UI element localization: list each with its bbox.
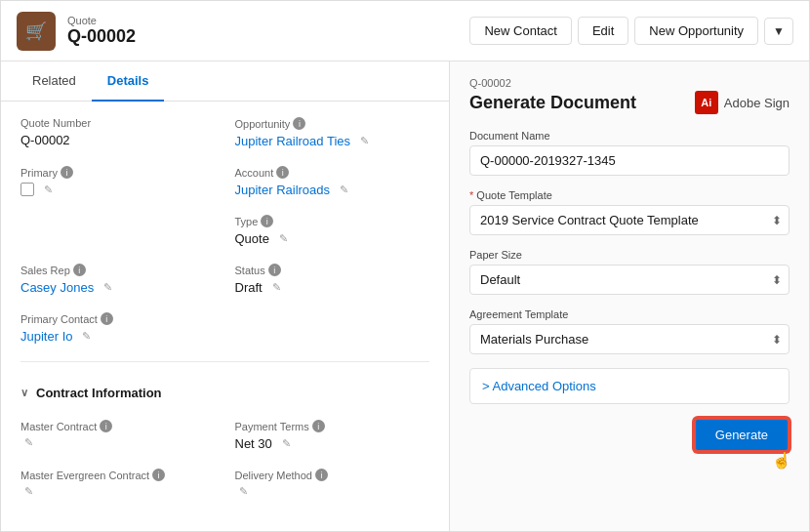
sales-rep-edit-icon[interactable]: ✎ (103, 281, 112, 294)
account-field: Account i Jupiter Railroads ✎ (235, 166, 430, 199)
payment-terms-field: Payment Terms i Net 30 ✎ (235, 420, 430, 453)
opportunity-value[interactable]: Jupiter Railroad Ties ✎ (235, 132, 430, 150)
tab-related[interactable]: Related (17, 61, 92, 102)
contract-section-label: Contract Information (36, 386, 162, 400)
primary-field: Primary i ✎ (20, 166, 216, 199)
paper-size-select[interactable]: DefaultLetterA4 (469, 265, 790, 295)
delivery-method-label: Delivery Method i (235, 469, 430, 481)
divider-1 (20, 361, 429, 362)
paper-size-field: Paper Size DefaultLetterA4 (469, 249, 790, 295)
sales-rep-value[interactable]: Casey Jones ✎ (20, 278, 216, 297)
main-content: Related Details Quote Number Q-00002 Opp (1, 61, 809, 531)
primary-contact-info-icon: i (101, 312, 113, 325)
new-opportunity-button[interactable]: New Opportunity (634, 17, 758, 45)
status-field: Status i Draft ✎ (235, 264, 430, 297)
form-row-4: Sales Rep i Casey Jones ✎ Status i (20, 264, 429, 297)
opportunity-info-icon: i (293, 117, 305, 130)
form-row-2: Primary i ✎ Account i (20, 166, 429, 199)
opportunity-edit-icon[interactable]: ✎ (360, 135, 369, 147)
primary-checkbox-row: ✎ (20, 181, 216, 198)
primary-edit-icon[interactable]: ✎ (44, 184, 53, 196)
primary-contact-value[interactable]: Jupiter Io ✎ (20, 327, 216, 346)
primary-contact-label: Primary Contact i (20, 312, 216, 325)
right-panel: Q-00002 Generate Document Ai Adobe Sign … (450, 61, 809, 531)
opportunity-label: Opportunity i (235, 117, 430, 130)
quote-template-select-wrapper: 2019 Service Contract Quote TemplateStan… (469, 205, 790, 235)
primary-contact-edit-icon[interactable]: ✎ (82, 330, 91, 343)
type-value: Quote ✎ (235, 229, 430, 248)
account-edit-icon[interactable]: ✎ (340, 184, 348, 196)
form-row-7: Master Evergreen Contract i ✎ Delivery M… (20, 469, 429, 500)
adobe-icon: Ai (695, 91, 718, 114)
doc-name-label: Document Name (469, 130, 790, 142)
quote-template-label: Quote Template (469, 189, 790, 201)
contract-section-header[interactable]: ∨ Contract Information (20, 378, 429, 408)
quote-number-label: Quote Number (20, 117, 216, 129)
opportunity-field: Opportunity i Jupiter Railroad Ties ✎ (235, 117, 430, 150)
header-title-block: Quote Q-00002 (67, 15, 136, 47)
generate-button[interactable]: Generate (694, 418, 790, 452)
doc-name-input[interactable] (469, 145, 790, 176)
advanced-options-button[interactable]: > Advanced Options (469, 368, 790, 404)
master-evergreen-info-icon: i (152, 469, 165, 481)
form-row-3: Type i Quote ✎ (20, 215, 429, 248)
type-info-icon: i (261, 215, 273, 227)
quote-number-value: Q-00002 (20, 131, 216, 149)
page-wrapper: 🛒 Quote Q-00002 New Contact Edit New Opp… (0, 0, 810, 532)
type-label: Type i (235, 215, 430, 227)
doc-title: Generate Document (469, 93, 636, 113)
agreement-template-field: Agreement Template Materials PurchaseSer… (469, 308, 790, 354)
sales-rep-label: Sales Rep i (20, 264, 216, 276)
payment-terms-value: Net 30 ✎ (235, 434, 430, 453)
type-edit-icon[interactable]: ✎ (279, 232, 288, 245)
type-field: Type i Quote ✎ (235, 215, 430, 248)
advanced-options-label: > Advanced Options (482, 379, 596, 393)
form-row-6: Master Contract i ✎ Payment Terms i (20, 420, 429, 453)
payment-terms-label: Payment Terms i (235, 420, 430, 432)
quote-template-field: Quote Template 2019 Service Contract Quo… (469, 189, 790, 235)
master-evergreen-edit-icon[interactable]: ✎ (24, 485, 33, 498)
dropdown-button[interactable]: ▼ (764, 18, 793, 45)
quote-template-select[interactable]: 2019 Service Contract Quote TemplateStan… (469, 205, 790, 235)
generate-row: Generate ☝ (469, 418, 790, 452)
delivery-method-edit-icon[interactable]: ✎ (239, 485, 248, 498)
status-edit-icon[interactable]: ✎ (272, 281, 281, 294)
primary-contact-field: Primary Contact i Jupiter Io ✎ (20, 312, 216, 346)
primary-info-icon: i (61, 166, 73, 179)
status-label: Status i (235, 264, 430, 276)
master-contract-field: Master Contract i ✎ (20, 420, 216, 453)
agreement-template-select-wrapper: Materials PurchaseService AgreementNone (469, 324, 790, 354)
agreement-template-select[interactable]: Materials PurchaseService AgreementNone (469, 324, 790, 354)
paper-size-select-wrapper: DefaultLetterA4 (469, 265, 790, 295)
status-value: Draft ✎ (235, 278, 430, 297)
master-contract-edit-icon[interactable]: ✎ (24, 436, 33, 449)
form-area: Quote Number Q-00002 Opportunity i Jupit… (1, 102, 449, 531)
doc-id: Q-00002 (469, 77, 790, 89)
doc-title-row: Generate Document Ai Adobe Sign (469, 91, 790, 114)
primary-checkbox[interactable] (20, 183, 34, 196)
master-evergreen-label: Master Evergreen Contract i (20, 469, 216, 481)
header-actions: New Contact Edit New Opportunity ▼ (469, 17, 793, 45)
delivery-method-info-icon: i (315, 469, 328, 481)
cursor-icon: ☝ (772, 451, 791, 470)
new-contact-button[interactable]: New Contact (469, 17, 571, 45)
adobe-sign-label: Adobe Sign (724, 96, 790, 110)
quote-number-field: Quote Number Q-00002 (20, 117, 216, 150)
contract-chevron-icon: ∨ (20, 387, 28, 399)
tabs: Related Details (1, 61, 449, 102)
payment-terms-edit-icon[interactable]: ✎ (282, 437, 291, 450)
doc-name-field: Document Name (469, 130, 790, 176)
form-row-1: Quote Number Q-00002 Opportunity i Jupit… (20, 117, 429, 150)
sales-rep-info-icon: i (73, 264, 86, 276)
sales-rep-field: Sales Rep i Casey Jones ✎ (20, 264, 216, 297)
edit-button[interactable]: Edit (578, 17, 628, 45)
agreement-template-label: Agreement Template (469, 308, 790, 320)
header-left: 🛒 Quote Q-00002 (17, 12, 136, 51)
account-label: Account i (235, 166, 430, 179)
header-subtitle: Quote (67, 15, 136, 26)
blank-col (20, 215, 216, 248)
doc-header: Q-00002 Generate Document Ai Adobe Sign (469, 77, 790, 114)
account-value[interactable]: Jupiter Railroads ✎ (235, 181, 430, 199)
form-row-5: Primary Contact i Jupiter Io ✎ (20, 312, 429, 346)
tab-details[interactable]: Details (92, 61, 165, 102)
